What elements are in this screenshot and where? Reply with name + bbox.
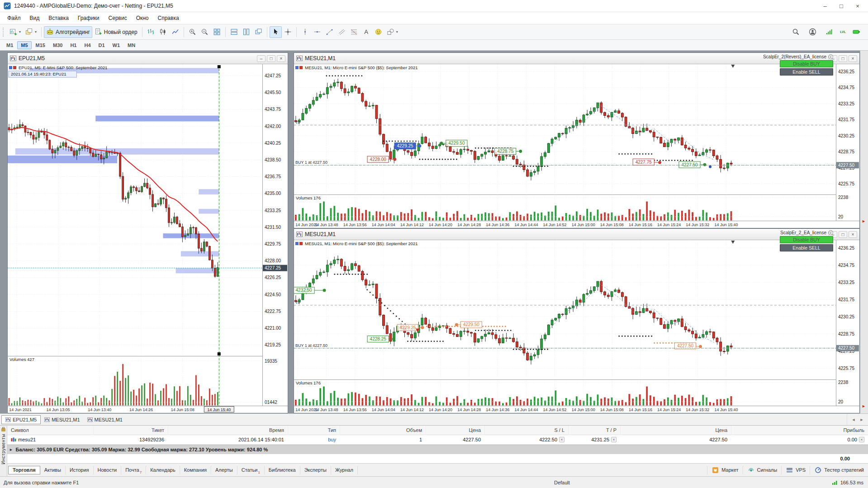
chart-tab-mesu21-m1-1[interactable]: MESU21,M1 — [41, 415, 83, 424]
column-header-6[interactable]: S / L — [484, 426, 568, 435]
column-header-2[interactable]: Время — [168, 426, 288, 435]
chart-canvas-mesu21-top[interactable]: TPBUY 1 at 4227.504228.004229.254229.504… — [294, 64, 859, 228]
cascade-button[interactable] — [252, 26, 265, 38]
timeframe-m5[interactable]: M5 — [17, 41, 31, 49]
bars-button[interactable] — [145, 26, 157, 38]
toolbox-tab-experts[interactable]: Эксперты — [300, 466, 331, 474]
channel-button[interactable] — [336, 26, 348, 38]
search-button[interactable] — [790, 26, 802, 38]
connection-status[interactable]: 166.53 ms — [832, 480, 868, 485]
column-header-5[interactable]: Цена — [426, 426, 484, 435]
tile-horizontal-button[interactable] — [228, 26, 240, 38]
toolbox-tab-assets[interactable]: Активы — [40, 466, 66, 474]
toolbox-tab-mailbox[interactable]: Почта7 — [121, 466, 146, 474]
menu-view[interactable]: Вид — [25, 14, 44, 23]
timeframe-m30[interactable]: M30 — [49, 41, 66, 49]
collapse-arrow-icon[interactable]: ▸ — [10, 447, 12, 452]
enable-sell-button[interactable]: Enable SELL — [780, 68, 833, 76]
chart-minimize-button[interactable]: – — [257, 55, 266, 62]
chart-close-button[interactable]: × — [277, 55, 285, 62]
account-button[interactable] — [806, 26, 819, 38]
chart-canvas-mesu21-bottom[interactable]: TPBUY 1 at 4227.504232.504228.254229.254… — [294, 240, 859, 413]
toolbox-tab-articles[interactable]: Статьи1 — [237, 466, 265, 474]
menu-insert[interactable]: Вставка — [44, 14, 73, 23]
chart-close-button[interactable]: × — [849, 231, 857, 238]
algo-trading-button[interactable]: Алготрейдинг — [44, 26, 92, 38]
vps-button[interactable]: VPS — [781, 466, 810, 474]
chart-caption[interactable]: MESU21,M1 – □ × — [294, 229, 859, 240]
column-header-8[interactable]: Цена — [620, 426, 731, 435]
chart-maximize-button[interactable]: □ — [839, 55, 847, 62]
toolbox-tab-journal[interactable]: Журнал — [331, 466, 358, 474]
profiles-button[interactable]: ▾ — [23, 26, 39, 38]
text-button[interactable]: A — [360, 26, 372, 38]
candles-button[interactable] — [157, 26, 169, 38]
chart-maximize-button[interactable]: □ — [839, 231, 847, 238]
signals-button[interactable]: Сигналы — [743, 466, 782, 474]
scroll-end-arrow[interactable]: ► — [862, 219, 866, 223]
chart-maximize-button[interactable]: □ — [267, 55, 275, 62]
toolbar-handle[interactable] — [3, 28, 5, 37]
column-header-7[interactable]: T / P — [568, 426, 620, 435]
timeframe-m15[interactable]: M15 — [32, 41, 49, 49]
toolbox-tab-trade[interactable]: Торговля — [8, 466, 40, 474]
market-button[interactable]: Маркет — [707, 466, 742, 474]
column-header-9[interactable]: Прибыль — [731, 426, 868, 435]
tile-vertical-button[interactable] — [240, 26, 252, 38]
timeframe-h4[interactable]: H4 — [81, 41, 94, 49]
status-profile[interactable]: Default — [554, 480, 832, 485]
column-header-3[interactable]: Тип — [288, 426, 340, 435]
trendline-button[interactable] — [323, 26, 336, 38]
timeframe-mn[interactable]: MN — [124, 41, 139, 49]
menu-file[interactable]: Файл — [3, 14, 25, 23]
disable-buy-button[interactable]: Disable BUY — [780, 60, 833, 67]
toolbox-vertical-tab[interactable]: Инструменты — [0, 426, 7, 476]
toolbox-tab-history[interactable]: История — [66, 466, 94, 474]
crosshair-button[interactable] — [282, 26, 294, 38]
zoom-in-button[interactable] — [186, 26, 199, 38]
toolbox-tab-calendar[interactable]: Календарь — [146, 466, 180, 474]
chart-caption[interactable]: EPU21,M5 – □ × — [8, 53, 288, 64]
minimize-button[interactable]: – — [818, 1, 832, 10]
fibonacci-button[interactable] — [348, 26, 360, 38]
toolbox-tab-company[interactable]: Компания — [180, 466, 211, 474]
toolbox-tab-codebase[interactable]: Библиотека — [265, 466, 300, 474]
menu-help[interactable]: Справка — [153, 14, 184, 23]
enable-sell-button[interactable]: Enable SELL — [780, 244, 833, 251]
cursor-button[interactable] — [270, 26, 282, 38]
arrows-button[interactable] — [372, 26, 384, 38]
menu-window[interactable]: Окно — [132, 14, 153, 23]
horizontal-line-button[interactable] — [311, 26, 323, 38]
column-header-1[interactable]: Тикет — [93, 426, 168, 435]
timeframe-m1[interactable]: M1 — [3, 41, 17, 49]
remove-sl-button[interactable]: × — [559, 437, 564, 442]
column-header-0[interactable]: Символ — [7, 426, 93, 435]
tabs-scroll-left-button[interactable]: ◄ — [850, 417, 857, 422]
toolbox-tab-alerts[interactable]: Алерты — [211, 466, 237, 474]
trade-row[interactable]: mesu211349292362021.06.14 15:40:01buy142… — [7, 435, 868, 445]
timeframe-d1[interactable]: D1 — [95, 41, 109, 49]
close-button[interactable]: × — [851, 1, 864, 10]
close-position-button[interactable]: × — [859, 437, 864, 442]
disable-buy-button[interactable]: Disable BUY — [780, 236, 833, 243]
column-header-4[interactable]: Объем — [340, 426, 426, 435]
timeframe-h1[interactable]: H1 — [66, 41, 80, 49]
menu-charts[interactable]: Графики — [73, 14, 104, 23]
chart-canvas-epu21[interactable]: 4247.254245.504243.754242.004240.254238.… — [8, 64, 288, 413]
remove-tp-button[interactable]: × — [611, 437, 617, 442]
new-order-button[interactable]: Новый ордер — [92, 26, 140, 38]
shapes-button[interactable]: ▾ — [384, 26, 400, 38]
menu-tools[interactable]: Сервис — [104, 14, 132, 23]
connection-signal-icon[interactable] — [823, 26, 835, 38]
maximize-button[interactable]: □ — [835, 1, 848, 10]
zoom-out-button[interactable] — [199, 26, 211, 38]
line-chart-button[interactable] — [169, 26, 181, 38]
connection-level-icon[interactable] — [850, 26, 863, 38]
chart-tab-epu21-m5[interactable]: EPU21,M5 — [1, 415, 41, 424]
vertical-line-button[interactable] — [299, 26, 311, 38]
tile-windows-button[interactable] — [211, 26, 223, 38]
new-chart-button[interactable]: ▾ — [7, 26, 23, 38]
timeframe-w1[interactable]: W1 — [109, 41, 124, 49]
chart-close-button[interactable]: × — [849, 55, 857, 62]
strategy-tester-button[interactable]: Тестер стратегий — [810, 466, 868, 474]
